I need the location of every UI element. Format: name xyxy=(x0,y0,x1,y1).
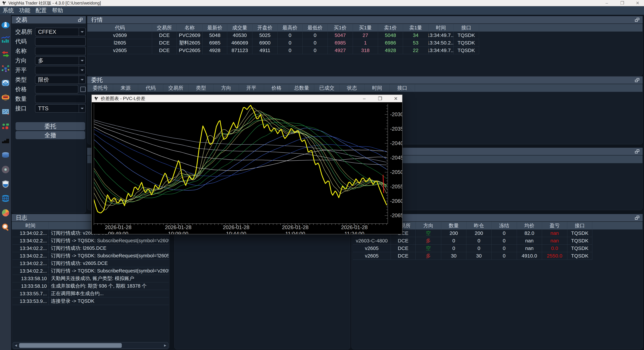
column-header[interactable]: 名称 xyxy=(177,24,202,32)
close-icon[interactable]: ✕ xyxy=(393,96,399,101)
menu-system[interactable]: 系统 xyxy=(0,7,16,14)
log-row[interactable]: 13:34:02.2...订阅行情 -> TQSDK: SubscribeReq… xyxy=(12,252,169,260)
chevron-down-icon[interactable] xyxy=(79,105,85,112)
column-header[interactable]: 均价 xyxy=(517,222,542,229)
select-8[interactable]: TTS xyxy=(35,104,86,113)
column-header[interactable]: 价格 xyxy=(264,84,289,92)
log-row[interactable]: 13:33:58.10天勤网关连接成功, 账户类型: 模拟账户 xyxy=(12,275,169,282)
order-button[interactable]: 委托 xyxy=(16,122,85,130)
column-header[interactable]: 来源 xyxy=(113,84,138,92)
chevron-down-icon[interactable] xyxy=(79,66,85,74)
column-header[interactable]: 时间 xyxy=(364,84,390,92)
column-header[interactable]: 接口 xyxy=(390,84,415,92)
scroll-left-icon[interactable]: ◄ xyxy=(14,343,18,348)
chart-window-titlebar[interactable]: 价差图表 - PVC-L价差 – ❐ ✕ xyxy=(92,95,402,102)
input-1[interactable] xyxy=(35,37,86,46)
column-header[interactable]: 买1量 xyxy=(353,24,378,32)
swap-arrows-icon[interactable] xyxy=(1,50,10,59)
column-header[interactable]: 时间 xyxy=(428,24,454,32)
dark-bars-icon[interactable] xyxy=(1,136,10,145)
float-panel-icon[interactable] xyxy=(635,149,639,153)
column-header[interactable]: 昨仓 xyxy=(466,222,492,229)
float-panel-icon[interactable] xyxy=(635,216,639,220)
float-panel-icon[interactable] xyxy=(635,18,639,22)
column-header[interactable]: 卖1量 xyxy=(403,24,428,32)
log-row[interactable]: 13:34:02.2...订阅行情成功: l2605.DCE xyxy=(12,245,169,252)
column-header[interactable]: 最低价 xyxy=(302,24,328,32)
portfolio-pie-icon[interactable] xyxy=(1,208,10,217)
column-header[interactable]: 交易所 xyxy=(152,24,177,32)
table-row[interactable]: v2609DCEPVC26095048405305025005047275048… xyxy=(88,32,479,39)
table-row[interactable]: l2605DCE塑料260569854660696900006985169865… xyxy=(88,39,479,47)
data-disc-icon[interactable] xyxy=(1,165,10,174)
log-horizontal-scrollbar[interactable]: ◄ ► xyxy=(13,342,168,349)
chevron-down-icon[interactable] xyxy=(79,28,85,36)
database-icon[interactable] xyxy=(1,151,10,159)
contract-search-icon[interactable] xyxy=(1,223,10,232)
float-panel-icon[interactable] xyxy=(635,78,639,82)
window-titlebar[interactable]: VeighNa Trader 社区版 - 4.3.0 [C:\Users\wei… xyxy=(0,0,644,6)
column-header[interactable]: 交易所 xyxy=(163,84,188,92)
column-header[interactable]: 方向 xyxy=(416,222,441,229)
log-row[interactable]: 13:33:53.9...连接登录 -> TQSDK xyxy=(12,297,169,305)
column-header[interactable]: 已成交 xyxy=(314,84,340,92)
column-header[interactable]: 买1价 xyxy=(328,24,353,32)
column-header[interactable]: 最新价 xyxy=(202,24,227,32)
web-globe-icon[interactable] xyxy=(1,194,10,203)
table-row[interactable]: v2605DCE多303004910.02550.0TQSDK xyxy=(353,252,592,260)
column-header[interactable]: 接口 xyxy=(567,222,592,229)
column-header[interactable]: 接口 xyxy=(454,24,479,32)
select-0[interactable]: CFFEX xyxy=(35,28,86,36)
portfolio-network-icon[interactable] xyxy=(1,64,10,73)
column-header[interactable]: 冻结 xyxy=(492,222,517,229)
chevron-down-icon[interactable] xyxy=(79,57,85,65)
cancel-all-button[interactable]: 全撤 xyxy=(16,131,85,139)
input-2[interactable] xyxy=(35,47,86,55)
option-abacus-icon[interactable] xyxy=(1,93,10,102)
column-header[interactable]: 类型 xyxy=(188,84,214,92)
trader-rocket-icon[interactable] xyxy=(1,21,10,30)
input-6[interactable] xyxy=(35,85,78,94)
column-header[interactable]: 开平 xyxy=(239,84,264,92)
column-header[interactable]: 数量 xyxy=(441,222,466,229)
scroll-right-icon[interactable]: ► xyxy=(163,343,168,348)
table-row[interactable]: v2605DCEPVC26054928871123491100492731849… xyxy=(88,47,479,54)
column-header[interactable]: 时间 xyxy=(12,222,49,229)
table-row[interactable]: v2605DCE空000nan0.0TQSDK xyxy=(353,245,592,252)
column-header[interactable]: 开盘价 xyxy=(252,24,278,32)
column-header[interactable]: 代码 xyxy=(88,24,152,32)
column-header[interactable]: 卖1价 xyxy=(378,24,403,32)
column-header[interactable]: 代码 xyxy=(138,84,163,92)
log-row[interactable]: 13:34:02.2...订阅行情成功: v2605.DCE xyxy=(12,260,169,267)
spread-blocks-icon[interactable] xyxy=(1,122,10,131)
float-panel-icon[interactable] xyxy=(78,18,82,22)
minimize-icon[interactable]: – xyxy=(604,1,610,6)
select-5[interactable]: 限价 xyxy=(35,76,86,84)
chart-wizard-icon[interactable] xyxy=(1,35,10,44)
menu-config[interactable]: 配置 xyxy=(33,7,49,14)
close-icon[interactable]: ✕ xyxy=(634,1,641,6)
scrollbar-thumb[interactable] xyxy=(19,343,122,348)
strategy-board-icon[interactable]: xo xyxy=(1,107,10,116)
select-3[interactable]: 多 xyxy=(35,56,86,65)
menu-function[interactable]: 功能 xyxy=(16,7,33,14)
log-row[interactable]: 13:34:02.2...订阅行情 -> TQSDK: SubscribeReq… xyxy=(12,267,169,275)
column-header[interactable]: 方向 xyxy=(214,84,239,92)
log-row[interactable]: 13:33:55.7...正在调用脚本生成合约... xyxy=(12,290,169,297)
price-checkbox[interactable] xyxy=(80,87,86,92)
restore-icon[interactable]: ❐ xyxy=(619,1,626,6)
log-row[interactable]: 13:33:58.10生成并加载合约: 期货 936 个, 期权 18378 个 xyxy=(12,282,169,290)
log-row[interactable]: 13:34:02.2...订阅行情 -> TQSDK: SubscribeReq… xyxy=(12,237,169,245)
column-header[interactable]: 总数量 xyxy=(289,84,314,92)
table-row[interactable]: v2603-C-4800DCE多000nannanTQSDK xyxy=(353,237,592,245)
minimize-icon[interactable]: – xyxy=(361,96,367,101)
maximize-icon[interactable]: ❐ xyxy=(377,96,383,101)
column-header[interactable]: 最高价 xyxy=(278,24,302,32)
menu-help[interactable]: 帮助 xyxy=(49,7,66,14)
column-header[interactable]: 委托号 xyxy=(88,84,113,92)
chevron-down-icon[interactable] xyxy=(79,76,85,84)
input-7[interactable] xyxy=(35,95,86,103)
select-4[interactable] xyxy=(35,66,86,74)
record-ring-icon[interactable] xyxy=(1,79,10,87)
column-header[interactable]: 状态 xyxy=(340,84,364,92)
